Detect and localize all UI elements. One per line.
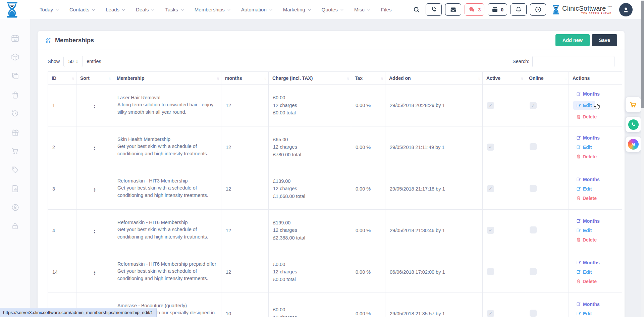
active-checkbox[interactable] [487, 185, 494, 192]
nav-item-files[interactable]: Files [381, 7, 392, 12]
charge-amount: £65.00 [273, 136, 346, 143]
chevron-down-icon [308, 7, 311, 11]
cart-icon[interactable] [10, 147, 20, 155]
edit-link[interactable]: Edit [573, 101, 595, 110]
price-tag-icon[interactable] [10, 165, 20, 174]
column-header-active[interactable]: Active↑↓ [483, 72, 525, 85]
user-badge-icon[interactable] [10, 203, 20, 212]
online-checkbox[interactable] [530, 268, 537, 275]
notifications-bell-button[interactable] [511, 3, 527, 16]
nav-item-today[interactable]: Today [40, 7, 58, 12]
active-checkbox[interactable] [487, 310, 494, 317]
nav-item-automation[interactable]: Automation [241, 7, 272, 12]
row-sort-handle[interactable]: ▲▼ [93, 271, 96, 275]
row-sort-handle[interactable]: ▲▼ [93, 229, 96, 234]
edit-link[interactable]: Edit [577, 145, 592, 150]
row-sort-handle[interactable]: ▲▼ [93, 188, 96, 192]
row-sort-handle[interactable]: ▲▼ [93, 105, 96, 109]
column-header-membership[interactable]: Membership↑↓ [113, 72, 221, 85]
add-new-button[interactable]: Add new [555, 34, 590, 46]
nav-item-contacts[interactable]: Contacts [69, 7, 95, 12]
gift-icon[interactable] [10, 128, 20, 137]
column-header-id[interactable]: ID↑↓ [48, 72, 76, 85]
column-header-sort[interactable]: Sort↑↓ [76, 72, 113, 85]
page-size-select[interactable]: 50 ▲▼ [63, 56, 83, 67]
edit-link[interactable]: Edit [577, 228, 592, 233]
membership-name[interactable]: Skin Health Membership [117, 137, 217, 142]
months-link[interactable]: Months [577, 260, 600, 265]
shopping-bag-icon[interactable] [10, 90, 20, 99]
delete-link[interactable]: Delete [577, 279, 597, 284]
edit-link[interactable]: Edit [577, 311, 592, 316]
column-header-tax[interactable]: Tax↑↓ [351, 72, 385, 85]
active-checkbox[interactable] [487, 227, 494, 234]
months-link[interactable]: Months [577, 135, 600, 141]
floating-ai-button[interactable]: AI [626, 137, 641, 152]
package-icon[interactable] [10, 53, 20, 61]
online-checkbox[interactable] [530, 143, 537, 150]
column-header-charge-incl-tax[interactable]: Charge (Incl. TAX)↑↓ [269, 72, 351, 85]
sort-arrows-icon: ↑↓ [381, 76, 383, 80]
months-link[interactable]: Months [577, 91, 600, 97]
column-header-months[interactable]: months↑↓ [221, 72, 269, 85]
table-controls: Show 50 ▲▼ entries Search: [48, 56, 614, 67]
column-header-online[interactable]: Online↑↓ [525, 72, 569, 85]
column-header-added-on[interactable]: Added on↑↓ [385, 72, 483, 85]
online-checkbox[interactable] [530, 185, 537, 192]
chevron-down-icon [151, 7, 155, 11]
months-link[interactable]: Months [577, 302, 600, 307]
hourglass-logo[interactable] [5, 2, 19, 18]
trash-icon [577, 279, 581, 283]
chat-messages-button[interactable]: 3 [465, 3, 484, 16]
search-input[interactable] [532, 56, 614, 67]
edit-link[interactable]: Edit [577, 186, 592, 192]
floating-phone-button[interactable] [626, 117, 641, 132]
scrollbar-thumb[interactable] [641, 1, 644, 108]
calendar-icon[interactable]: 12 [10, 34, 20, 43]
nav-item-misc[interactable]: Misc [354, 7, 370, 12]
months-link[interactable]: Months [577, 218, 600, 224]
nav-item-leads[interactable]: Leads [106, 7, 125, 12]
membership-name[interactable]: Reformaskin - HIT6 Membership prepaid of… [117, 261, 217, 267]
nav-item-deals[interactable]: Deals [136, 7, 154, 12]
online-checkbox[interactable] [530, 102, 537, 109]
search-icon[interactable] [413, 6, 420, 13]
help-button[interactable]: ? [530, 3, 546, 16]
membership-name[interactable]: Amerase - Bocouture (quarterly) [117, 303, 217, 308]
phone-dialer-button[interactable] [426, 3, 442, 16]
page-scrollbar[interactable] [641, 0, 644, 317]
months-link[interactable]: Months [577, 177, 600, 182]
save-button[interactable]: Save [592, 34, 617, 46]
floating-cart-button[interactable] [626, 97, 641, 112]
active-checkbox[interactable] [487, 268, 494, 275]
membership-name[interactable]: Reformaskin - HIT3 Membership [117, 178, 217, 183]
delete-link[interactable]: Delete [577, 196, 597, 201]
nav-item-quotes[interactable]: Quotes [322, 7, 343, 12]
user-avatar[interactable] [619, 3, 633, 16]
online-checkbox[interactable] [530, 310, 537, 317]
nav-item-label: Marketing [283, 7, 305, 12]
chevron-down-icon [340, 7, 344, 11]
nav-item-tasks[interactable]: Tasks [165, 7, 183, 12]
history-icon[interactable] [10, 109, 20, 118]
inbox-button[interactable] [445, 3, 461, 16]
membership-name[interactable]: Laser Hair Removal [117, 95, 217, 100]
report-icon[interactable] [10, 184, 20, 193]
chat-count-badge: 3 [478, 7, 481, 12]
edit-link[interactable]: Edit [577, 269, 592, 275]
delete-link[interactable]: Delete [577, 114, 597, 119]
lock-icon[interactable] [10, 222, 20, 230]
active-checkbox[interactable] [487, 102, 494, 109]
duplicate-icon[interactable] [10, 71, 20, 80]
row-sort-handle[interactable]: ▲▼ [93, 146, 96, 151]
edit-square-icon [577, 302, 581, 306]
clinicsoftware-wordmark[interactable]: ClinicSoftware.com TEN STEPS AHEAD [552, 5, 612, 14]
delete-link[interactable]: Delete [577, 237, 597, 243]
online-checkbox[interactable] [530, 226, 537, 233]
cash-register-button[interactable]: 0 [488, 3, 507, 16]
delete-link[interactable]: Delete [577, 154, 597, 159]
nav-item-marketing[interactable]: Marketing [283, 7, 311, 12]
active-checkbox[interactable] [487, 144, 494, 151]
nav-item-memberships[interactable]: Memberships [195, 7, 230, 12]
membership-name[interactable]: Reformaskin - HIT6 Membership [117, 220, 217, 225]
